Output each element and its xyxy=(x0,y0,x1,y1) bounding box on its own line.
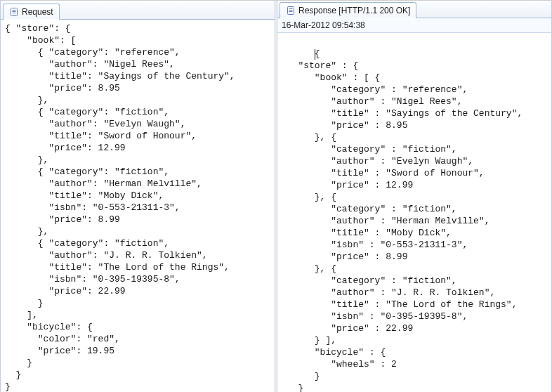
split-view: Request { "store": { "book": [ { "catego… xyxy=(0,0,552,392)
response-tabbar: Response [HTTP/1.1 200 OK] xyxy=(277,1,551,18)
tab-response[interactable]: Response [HTTP/1.1 200 OK] xyxy=(280,2,416,18)
tab-response-label: Response [HTTP/1.1 200 OK] xyxy=(298,6,410,15)
response-content: { "store" : { "book" : [ { "category" : … xyxy=(282,48,523,392)
response-editor[interactable]: { "store" : { "book" : [ { "category" : … xyxy=(277,33,551,392)
tab-request-label: Request xyxy=(22,7,53,17)
response-panel: Response [HTTP/1.1 200 OK] 16-Mar-2012 0… xyxy=(277,1,552,392)
response-status: 16-Mar-2012 09:54:38 xyxy=(277,18,551,33)
request-panel: Request { "store": { "book": [ { "catego… xyxy=(0,1,275,392)
document-icon xyxy=(286,6,296,15)
request-tabbar: Request xyxy=(1,1,275,20)
request-editor[interactable]: { "store": { "book": [ { "category": "re… xyxy=(1,20,275,392)
document-icon xyxy=(9,7,19,17)
tab-request[interactable]: Request xyxy=(3,4,60,20)
